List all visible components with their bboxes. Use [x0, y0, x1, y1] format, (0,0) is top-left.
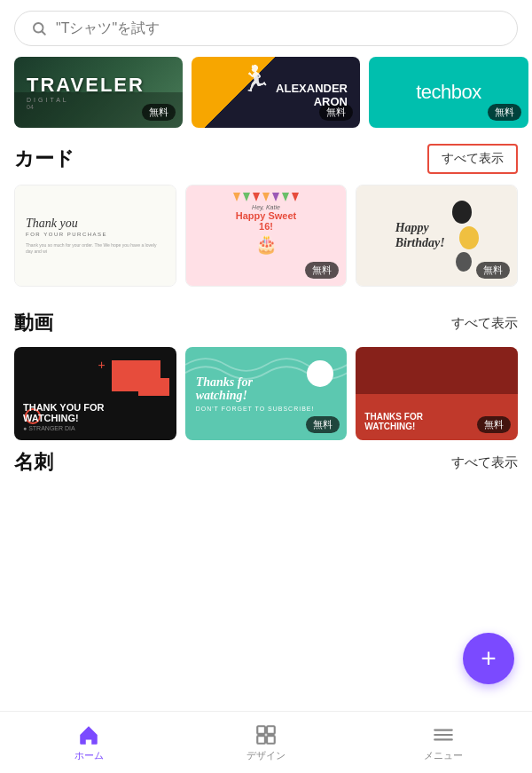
video-tyfw-dark[interactable]: + + THANK YOU FOR WATCHING! ● STRANGER D…: [14, 347, 176, 440]
thank-you-body: Thank you so much for your order. The We…: [26, 242, 165, 255]
techbox-free-badge: 無料: [488, 104, 521, 121]
tyfw-dark-creator: ● STRANGER DIA: [23, 425, 168, 431]
meishi-section-title: 名刺: [14, 449, 53, 476]
cards-section-title: カード: [14, 146, 74, 172]
sweet16-hey: Hey, Katie: [252, 204, 280, 210]
card-birthday[interactable]: Happy Birthday! 無料: [356, 185, 518, 287]
fab-button[interactable]: +: [463, 633, 514, 684]
thank-you-main: Thank you: [26, 217, 78, 230]
svg-rect-3: [267, 726, 275, 734]
card-sweet16[interactable]: Hey, Katie Happy Sweet 16! 🎂 無料: [185, 185, 348, 287]
svg-rect-2: [257, 726, 265, 734]
video-tyfw-teal[interactable]: Thanks for watching! DON'T FORGET TO SUB…: [185, 347, 348, 440]
videos-show-all-link[interactable]: すべて表示: [451, 315, 518, 332]
menu-icon: [432, 723, 455, 746]
sweet16-free-badge: 無料: [305, 262, 339, 279]
meishi-section-header: 名刺 すべて表示: [0, 440, 532, 476]
svg-rect-4: [257, 736, 265, 744]
banner-techbox[interactable]: techbox 無料: [369, 57, 528, 128]
nav-item-home[interactable]: ホーム: [0, 723, 177, 762]
search-bar: [0, 0, 532, 57]
tyfw-teal-title: Thanks for watching!: [196, 375, 253, 403]
search-wrapper[interactable]: [14, 11, 518, 46]
cards-row: Thank you FOR YOUR PURCHASE Thank you so…: [0, 185, 532, 287]
nav-item-menu[interactable]: メニュー: [355, 723, 532, 762]
videos-row: + + THANK YOU FOR WATCHING! ● STRANGER D…: [0, 347, 532, 440]
birthday-free-badge: 無料: [476, 262, 510, 279]
banner-row: TRAVELER DIGITAL 04 無料 🏃 ALEXANDERARON 無…: [0, 57, 532, 128]
cards-show-all-button[interactable]: すべて表示: [427, 144, 518, 174]
teal-circle: [307, 360, 333, 387]
tyfw-dark-title: THANK YOU FOR WATCHING!: [23, 402, 168, 423]
sweet16-bunting: [233, 193, 299, 201]
banner-alexander[interactable]: 🏃 ALEXANDERARON 無料: [192, 57, 360, 128]
traveler-free-badge: 無料: [142, 104, 176, 121]
sweet16-cake-icon: 🎂: [255, 233, 278, 255]
tyfw-teal-free-badge: 無料: [306, 416, 340, 433]
video-tyfw-red[interactable]: THANKS FOR WATCHING! 無料: [356, 347, 518, 440]
thank-you-sub: FOR YOUR PURCHASE: [26, 232, 107, 237]
techbox-title: techbox: [416, 81, 481, 104]
alexander-name: ALEXANDERARON: [276, 83, 348, 108]
cards-section-header: カード すべて表示: [0, 128, 532, 185]
svg-line-1: [42, 31, 44, 34]
birthday-text: Happy Birthday!: [395, 221, 445, 251]
tyfw-red-title: THANKS FOR WATCHING!: [364, 412, 509, 431]
card-thank-you[interactable]: Thank you FOR YOUR PURCHASE Thank you so…: [14, 185, 176, 287]
videos-section-title: 動画: [14, 310, 53, 336]
nav-menu-label: メニュー: [424, 749, 463, 762]
birthday-balloons: [452, 201, 479, 272]
meishi-show-all-link[interactable]: すべて表示: [451, 454, 518, 471]
traveler-title: TRAVELER: [27, 75, 145, 95]
nav-home-label: ホーム: [74, 749, 104, 762]
search-input[interactable]: [56, 20, 501, 36]
nav-design-label: デザイン: [246, 749, 286, 762]
tyfw-teal-sub: DON'T FORGET TO SUBSCRIBE!: [196, 406, 315, 412]
design-icon: [254, 723, 278, 746]
svg-rect-5: [267, 736, 275, 744]
traveler-num: 04: [27, 104, 34, 110]
sweet16-title: Happy Sweet 16!: [236, 210, 296, 232]
nav-item-design[interactable]: デザイン: [177, 723, 355, 762]
search-icon: [31, 20, 47, 36]
plus-icon-1: +: [98, 358, 105, 372]
bottom-nav: ホーム デザイン メニュー: [0, 711, 532, 773]
fab-plus-icon: +: [481, 643, 497, 674]
banner-traveler[interactable]: TRAVELER DIGITAL 04 無料: [14, 57, 183, 128]
home-icon: [77, 723, 100, 746]
traveler-subtitle: DIGITAL: [27, 97, 69, 103]
videos-section-header: 動画 すべて表示: [0, 294, 532, 347]
